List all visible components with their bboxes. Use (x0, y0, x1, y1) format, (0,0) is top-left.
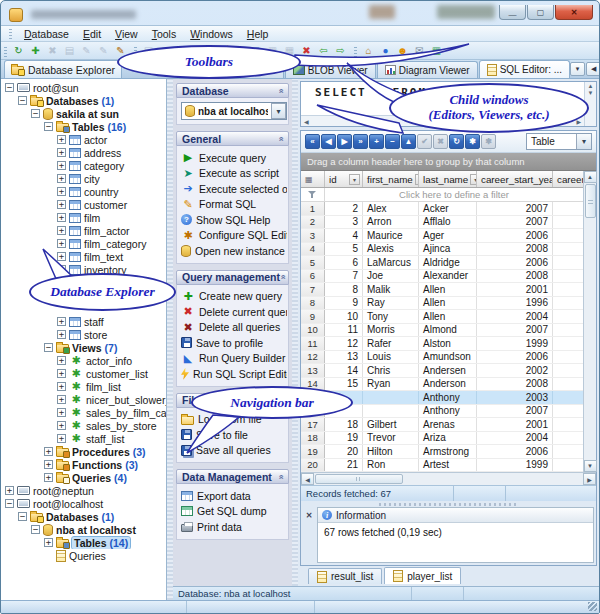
collapse-icon[interactable]: − (5, 499, 14, 508)
scroll-left-icon[interactable] (304, 118, 309, 125)
visual-options-button[interactable]: ✎ (112, 43, 129, 59)
row-number-cell[interactable]: 17 (301, 418, 325, 431)
forward-button[interactable]: ⇨ (332, 43, 349, 59)
nav-item-configure-sql-editor[interactable]: ✱Configure SQL Editor (181, 228, 287, 244)
row-number-cell[interactable]: 13 (301, 364, 325, 377)
expand-icon[interactable]: + (57, 278, 66, 287)
expand-icon[interactable]: + (57, 369, 66, 378)
cell[interactable] (325, 391, 363, 404)
cell[interactable]: Alex (363, 202, 419, 215)
expand-icon[interactable]: + (57, 148, 66, 157)
registered-servers-button[interactable]: ▦ (428, 43, 445, 59)
cell[interactable]: Louis (363, 351, 419, 364)
cell[interactable]: 2002 (477, 364, 553, 377)
tree-item-actor-info[interactable]: +✱actor_info (1, 354, 166, 367)
cell[interactable]: Amundson (419, 351, 477, 364)
navigator-insert-button[interactable]: + (369, 134, 384, 149)
cell[interactable] (553, 405, 583, 418)
table-row[interactable]: Anthony2003 (301, 391, 583, 405)
tab-sql-script-editor[interactable]: SQL Script Editor (180, 61, 284, 78)
web-button[interactable]: ● (377, 43, 394, 59)
cell[interactable]: Ryan (363, 378, 419, 391)
row-number-cell[interactable]: 11 (301, 337, 325, 350)
row-number-cell[interactable]: 5 (301, 256, 325, 269)
tree-item-customer-list[interactable]: +✱customer_list (1, 367, 166, 380)
cell[interactable]: 8 (325, 283, 363, 296)
nav-item-save-to-profile[interactable]: Save to profile (181, 335, 287, 351)
collapse-icon[interactable]: − (18, 512, 27, 521)
register-database-button[interactable]: ✚ (27, 43, 44, 59)
table-row[interactable]: 1112RaferAlston1999 (301, 337, 583, 351)
cell[interactable] (553, 378, 583, 391)
row-number-cell[interactable]: 10 (301, 324, 325, 337)
doc-tab-result-list[interactable]: result_list (308, 568, 382, 584)
tree-item-root-localhost[interactable]: −root@localhost (1, 497, 166, 510)
cell[interactable]: 1996 (477, 297, 553, 310)
cell[interactable]: Anderson (419, 378, 477, 391)
close-all-windows-button[interactable]: ✖ (298, 43, 315, 59)
collapse-chevron-icon[interactable]: » (275, 397, 285, 402)
nav-item-run-sql-script-editor[interactable]: Run SQL Script Editor (181, 366, 287, 382)
cell[interactable] (553, 243, 583, 256)
table-row[interactable]: 1314ChrisAndersen2002 (301, 364, 583, 378)
row-number-cell[interactable] (301, 391, 325, 404)
tab-database-explorer[interactable]: Database Explorer (4, 60, 122, 78)
close-info-panel-button[interactable] (304, 510, 315, 521)
cell[interactable]: 11 (325, 324, 363, 337)
cascade-windows-button[interactable]: ▦ (264, 43, 281, 59)
collapse-icon[interactable]: − (44, 343, 53, 352)
tree-item-tables[interactable]: +Tables(14) (1, 536, 166, 549)
cell[interactable] (553, 283, 583, 296)
tree-item-category[interactable]: +category (1, 159, 166, 172)
cell[interactable]: 1999 (477, 337, 553, 350)
cell[interactable]: 13 (325, 351, 363, 364)
row-number-cell[interactable]: 2 (301, 216, 325, 229)
cell[interactable]: 2 (325, 202, 363, 215)
tree-item-sakila-at-sun[interactable]: −sakila at sun (1, 107, 166, 120)
table-row[interactable]: 1920HiltonArmstrong2006 (301, 445, 583, 459)
scrollbar-thumb[interactable] (585, 184, 596, 218)
scroll-down-icon[interactable] (584, 460, 597, 472)
expand-icon[interactable]: + (57, 408, 66, 417)
cell[interactable]: Maurice (363, 229, 419, 242)
cell[interactable]: Malik (363, 283, 419, 296)
navigator-cancel-button[interactable]: ✖ (433, 134, 448, 149)
collapse-icon[interactable]: − (18, 96, 27, 105)
scroll-up-icon[interactable] (584, 171, 597, 183)
grid-vscrollbar[interactable] (583, 171, 596, 472)
nav-item-delete-current-query[interactable]: ✖Delete current query (181, 304, 287, 320)
cell[interactable]: Anthony (419, 405, 477, 418)
column-header-id[interactable]: id (325, 171, 363, 187)
menu-view[interactable]: View (108, 27, 145, 41)
cell[interactable]: Trevor (363, 432, 419, 445)
tree-item-film-list[interactable]: +✱film_list (1, 380, 166, 393)
collapse-chevron-icon[interactable]: » (275, 88, 285, 93)
cell[interactable]: Chris (363, 364, 419, 377)
nav-item-execute-selected-only[interactable]: ➔Execute selected only (181, 181, 287, 197)
tab-diagram-viewer[interactable]: Diagram Viewer (377, 61, 478, 78)
object-properties-button[interactable]: ▤ (191, 43, 208, 59)
row-number-cell[interactable]: 20 (301, 459, 325, 472)
tree-item-staff[interactable]: +staff (1, 315, 166, 328)
cell[interactable]: 2001 (477, 418, 553, 431)
cell[interactable]: Morris (363, 324, 419, 337)
scroll-down-icon[interactable] (588, 90, 594, 96)
row-selector-header[interactable]: ▦ (301, 171, 325, 187)
cell[interactable]: Alexander (419, 270, 477, 283)
table-row[interactable]: 34MauriceAger2006 (301, 229, 583, 243)
cell[interactable] (553, 445, 583, 458)
tree-item-actor[interactable]: +actor (1, 133, 166, 146)
cell[interactable]: Tony (363, 310, 419, 323)
cell[interactable] (553, 270, 583, 283)
tree-item-staff-list[interactable]: +✱staff_list (1, 432, 166, 445)
table-row[interactable]: Anthony2007 (301, 405, 583, 419)
tree-item-views[interactable]: −Views(7) (1, 341, 166, 354)
cell[interactable] (553, 337, 583, 350)
maximize-button[interactable] (527, 5, 554, 20)
cell[interactable]: Armstrong (419, 445, 477, 458)
close-button[interactable] (555, 5, 593, 20)
navigator-next-button[interactable]: ▶ (337, 134, 352, 149)
cell[interactable]: 2004 (477, 432, 553, 445)
tab-sql-editor[interactable]: SQL Editor: ... (479, 60, 570, 78)
filter-row[interactable]: Click here to define a filter (301, 188, 583, 202)
